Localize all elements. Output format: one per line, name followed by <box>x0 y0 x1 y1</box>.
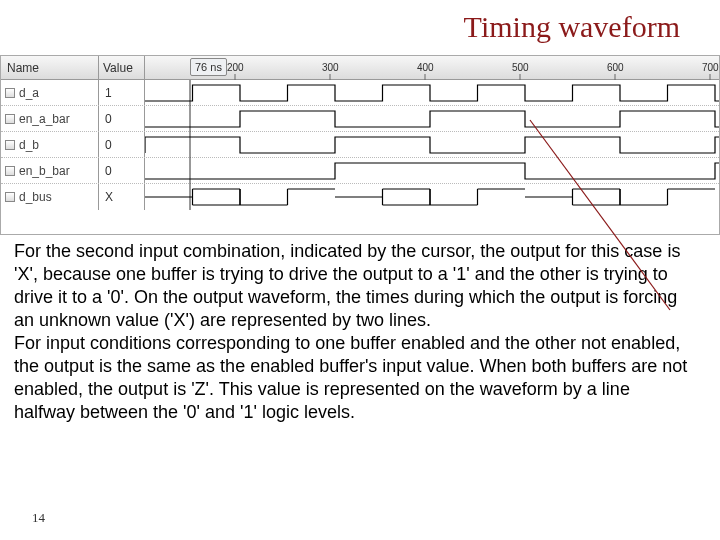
signal-row-en_a_bar[interactable]: en_a_bar0 <box>1 106 719 132</box>
signal-name-label: en_a_bar <box>19 112 70 126</box>
signal-name-label: d_bus <box>19 190 52 204</box>
svg-text:500: 500 <box>512 62 529 73</box>
signal-name: d_bus <box>1 184 99 210</box>
signal-row-d_b[interactable]: d_b0 <box>1 132 719 158</box>
cursor-time-badge[interactable]: 76 ns <box>190 58 227 76</box>
signal-name-label: d_a <box>19 86 39 100</box>
signal-value: 0 <box>99 106 145 131</box>
svg-text:600: 600 <box>607 62 624 73</box>
svg-text:400: 400 <box>417 62 434 73</box>
waveform-trace <box>145 132 719 157</box>
signal-icon <box>5 140 15 150</box>
svg-text:200: 200 <box>227 62 244 73</box>
signal-icon <box>5 192 15 202</box>
svg-text:300: 300 <box>322 62 339 73</box>
body-text: For the second input combination, indica… <box>14 240 690 424</box>
signal-value: 1 <box>99 80 145 105</box>
signal-value: 0 <box>99 132 145 157</box>
column-header-name[interactable]: Name <box>1 56 99 79</box>
signal-icon <box>5 166 15 176</box>
signal-row-d_a[interactable]: d_a1 <box>1 80 719 106</box>
waveform-header: Name Value 76 ns 200300400500600700 <box>1 56 719 80</box>
signal-icon <box>5 114 15 124</box>
signal-row-en_b_bar[interactable]: en_b_bar0 <box>1 158 719 184</box>
waveform-trace <box>145 184 719 210</box>
waveform-trace <box>145 106 719 131</box>
signal-name: en_a_bar <box>1 106 99 131</box>
time-ruler[interactable]: 76 ns 200300400500600700 <box>145 56 719 79</box>
column-header-value[interactable]: Value <box>99 56 145 79</box>
waveform-body[interactable]: d_a1en_a_bar0d_b0en_b_bar0d_busX <box>1 80 719 235</box>
svg-text:700: 700 <box>702 62 719 73</box>
page-title: Timing waveform <box>464 10 680 44</box>
waveform-trace <box>145 80 719 105</box>
waveform-panel: Name Value 76 ns 200300400500600700 d_a1… <box>0 55 720 235</box>
signal-name: en_b_bar <box>1 158 99 183</box>
signal-value: 0 <box>99 158 145 183</box>
waveform-trace <box>145 158 719 183</box>
page-number: 14 <box>32 510 45 526</box>
signal-value: X <box>99 184 145 210</box>
paragraph-1: For the second input combination, indica… <box>14 240 690 332</box>
signal-name-label: d_b <box>19 138 39 152</box>
signal-name: d_b <box>1 132 99 157</box>
signal-row-d_bus[interactable]: d_busX <box>1 184 719 210</box>
paragraph-2: For input conditions corresponding to on… <box>14 332 690 424</box>
signal-name: d_a <box>1 80 99 105</box>
signal-icon <box>5 88 15 98</box>
signal-name-label: en_b_bar <box>19 164 70 178</box>
